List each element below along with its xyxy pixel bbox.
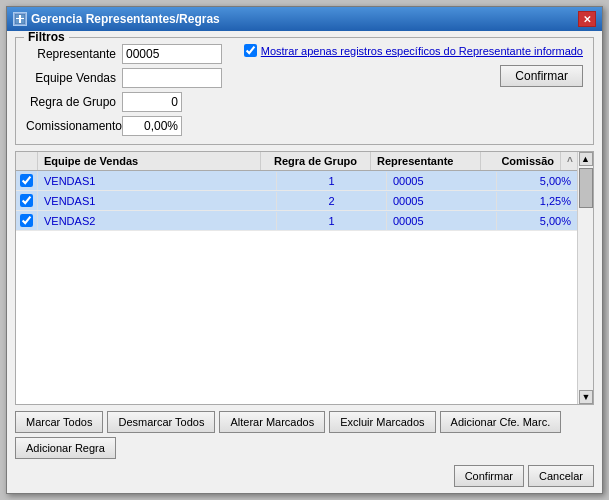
- row-regra-0: 1: [277, 172, 387, 190]
- col-check: [16, 152, 38, 170]
- col-regra: Regra de Grupo: [261, 152, 371, 170]
- confirmar-top-button[interactable]: Confirmar: [500, 65, 583, 87]
- row-regra-2: 1: [277, 212, 387, 230]
- excluir-marcados-button[interactable]: Excluir Marcados: [329, 411, 435, 433]
- alterar-marcados-button[interactable]: Alterar Marcados: [219, 411, 325, 433]
- col-equipe: Equipe de Vendas: [38, 152, 261, 170]
- svg-rect-2: [19, 15, 21, 23]
- comissionamento-label: Comissionamento: [26, 119, 116, 133]
- row-comissao-1: 1,25%: [497, 192, 577, 210]
- table-header: Equipe de Vendas Regra de Grupo Represen…: [16, 152, 577, 171]
- comissionamento-input[interactable]: [122, 116, 182, 136]
- regra-label: Regra de Grupo: [26, 95, 116, 109]
- filters-group: Filtros Representante Equipe Vendas Regr…: [15, 37, 594, 145]
- row-check-2[interactable]: [16, 211, 38, 230]
- row-representante-0: 00005: [387, 172, 497, 190]
- filters-form: Representante Equipe Vendas Regra de Gru…: [26, 44, 222, 136]
- col-scroll-placeholder: ^: [561, 152, 577, 170]
- row-comissao-0: 5,00%: [497, 172, 577, 190]
- main-window: Gerencia Representantes/Regras ✕ Filtros…: [6, 6, 603, 494]
- filters-legend: Filtros: [24, 31, 69, 44]
- row-representante-2: 00005: [387, 212, 497, 230]
- row-equipe-0: VENDAS1: [38, 172, 277, 190]
- table-row[interactable]: VENDAS1 2 00005 1,25%: [16, 191, 577, 211]
- col-comissao: Comissão: [481, 152, 561, 170]
- checkbox-text: Mostrar apenas registros específicos do …: [261, 45, 583, 57]
- col-representante: Representante: [371, 152, 481, 170]
- filters-top-row: Representante Equipe Vendas Regra de Gru…: [26, 44, 583, 136]
- row-check-1[interactable]: [16, 191, 38, 210]
- row-representante-1: 00005: [387, 192, 497, 210]
- desmarcar-todos-button[interactable]: Desmarcar Todos: [107, 411, 215, 433]
- table-container: Equipe de Vendas Regra de Grupo Represen…: [15, 151, 594, 405]
- regra-input[interactable]: [122, 92, 182, 112]
- row-check-0[interactable]: [16, 171, 38, 190]
- adicionar-cfe-button[interactable]: Adicionar Cfe. Marc.: [440, 411, 562, 433]
- equipe-label: Equipe Vendas: [26, 71, 116, 85]
- confirmar-bottom-button[interactable]: Confirmar: [454, 465, 524, 487]
- bottom-buttons-row1: Marcar Todos Desmarcar Todos Alterar Mar…: [15, 411, 594, 459]
- marcar-todos-button[interactable]: Marcar Todos: [15, 411, 103, 433]
- row-equipe-2: VENDAS2: [38, 212, 277, 230]
- title-bar: Gerencia Representantes/Regras ✕: [7, 7, 602, 31]
- scrollbar-thumb[interactable]: [579, 168, 593, 208]
- table-row[interactable]: VENDAS1 1 00005 5,00%: [16, 171, 577, 191]
- representante-label: Representante: [26, 47, 116, 61]
- row-regra-1: 2: [277, 192, 387, 210]
- cancelar-button[interactable]: Cancelar: [528, 465, 594, 487]
- bottom-buttons-row2: Confirmar Cancelar: [15, 465, 594, 487]
- close-button[interactable]: ✕: [578, 11, 596, 27]
- scrollbar[interactable]: ▲ ▼: [577, 152, 593, 404]
- title-bar-left: Gerencia Representantes/Regras: [13, 12, 220, 26]
- table-body: VENDAS1 1 00005 5,00% VENDAS1 2: [16, 171, 577, 404]
- representante-input[interactable]: [122, 44, 222, 64]
- filters-right-area: Mostrar apenas registros específicos do …: [230, 44, 583, 87]
- mostrar-checkbox-label[interactable]: Mostrar apenas registros específicos do …: [244, 44, 583, 57]
- adicionar-regra-button[interactable]: Adicionar Regra: [15, 437, 116, 459]
- row-comissao-2: 5,00%: [497, 212, 577, 230]
- window-body: Filtros Representante Equipe Vendas Regr…: [7, 31, 602, 493]
- window-icon: [13, 12, 27, 26]
- window-title: Gerencia Representantes/Regras: [31, 12, 220, 26]
- equipe-input[interactable]: [122, 68, 222, 88]
- mostrar-checkbox[interactable]: [244, 44, 257, 57]
- row-equipe-1: VENDAS1: [38, 192, 277, 210]
- table-row[interactable]: VENDAS2 1 00005 5,00%: [16, 211, 577, 231]
